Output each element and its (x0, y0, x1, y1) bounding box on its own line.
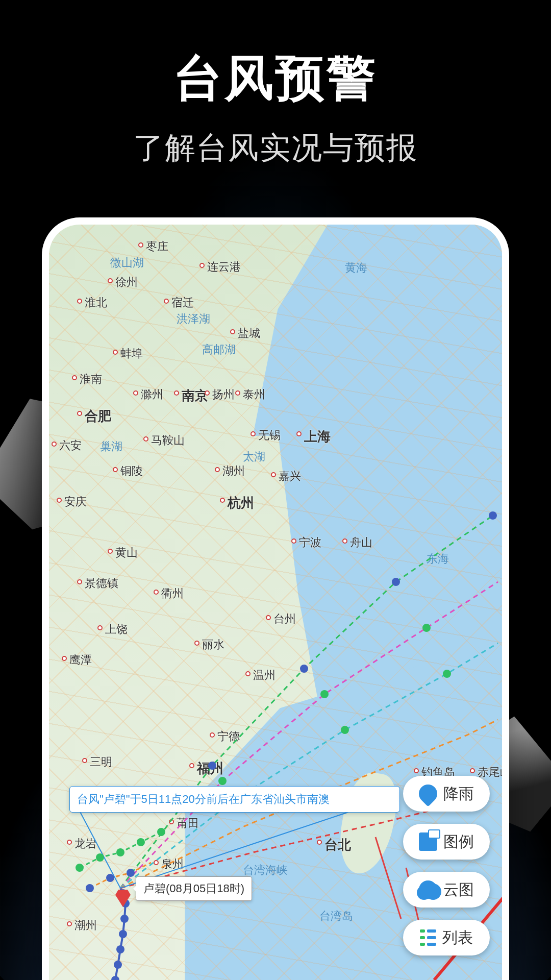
cloud-icon (419, 880, 437, 899)
city-label: 六安 (59, 438, 82, 453)
track-dot-forecast (218, 777, 227, 785)
city-label: 上饶 (105, 622, 128, 637)
fab-label: 云图 (443, 879, 474, 900)
city-label: 南京 (182, 387, 208, 405)
city-dot (82, 758, 87, 763)
fab-label: 降雨 (443, 783, 474, 804)
water-label: 东海 (427, 551, 449, 567)
city-label: 龙岩 (74, 836, 97, 851)
city-label: 泰州 (243, 387, 265, 402)
city-label: 温州 (253, 668, 276, 683)
track-dot-forecast (208, 762, 216, 770)
city-label: 莆田 (177, 816, 199, 831)
city-dot (97, 625, 103, 630)
city-dot (77, 579, 82, 584)
city-label: 铜陵 (120, 463, 143, 479)
city-dot (251, 431, 256, 436)
typhoon-banner[interactable]: 台风"卢碧"于5日11点20分前后在广东省汕头市南澳 (69, 786, 400, 813)
city-dot (210, 732, 215, 738)
city-label: 连云港 (207, 259, 241, 275)
city-label: 扬州 (212, 387, 235, 402)
city-label: 舟山 (350, 535, 372, 550)
water-label: 高邮湖 (202, 342, 236, 357)
city-dot (143, 436, 148, 442)
city-dot (189, 763, 194, 768)
city-dot (220, 498, 225, 503)
city-label: 淮南 (80, 372, 102, 387)
city-label: 黄山 (115, 545, 138, 560)
city-dot (470, 768, 475, 773)
track-dot-past (120, 915, 129, 923)
city-dot (215, 467, 220, 472)
track-dot-forecast (422, 624, 431, 632)
city-dot (108, 278, 113, 283)
fab-group: 降雨 图例 云图 列表 (403, 776, 490, 955)
city-dot (266, 615, 271, 620)
city-dot (67, 840, 72, 845)
fab-legend[interactable]: 图例 (403, 824, 490, 860)
track-dot-forecast (341, 726, 349, 734)
list-icon (420, 928, 436, 947)
water-label: 太湖 (243, 449, 265, 464)
city-dot (108, 549, 113, 554)
city-label: 潮州 (74, 918, 97, 933)
water-label: 洪泽湖 (177, 311, 210, 327)
fab-cloud[interactable]: 云图 (403, 872, 490, 908)
track-dot-past (119, 930, 127, 938)
track-dot-forecast (392, 578, 400, 586)
city-dot (291, 538, 296, 544)
city-label: 淮北 (85, 295, 107, 310)
city-dot (62, 656, 67, 661)
map-canvas[interactable]: 黄海微山湖洪泽湖高邮湖巢湖太湖东海台湾海峡台湾岛 枣庄连云港徐州淮北宿迁盐城蚌埠… (49, 225, 502, 980)
rain-icon (415, 781, 441, 807)
track-dot-forecast (300, 665, 308, 673)
water-label: 黄海 (345, 260, 367, 276)
city-dot (154, 860, 159, 865)
track-dot-forecast (116, 848, 124, 856)
city-dot (113, 350, 118, 355)
fab-label: 列表 (442, 927, 473, 948)
track-dot-forecast (96, 853, 104, 862)
city-dot (77, 299, 82, 304)
water-label: 台湾岛 (319, 909, 353, 924)
city-dot (57, 498, 62, 503)
city-label: 台州 (273, 611, 296, 627)
city-label: 滁州 (141, 387, 163, 402)
track-dot-forecast (320, 690, 329, 698)
track-dot-forecast (76, 864, 84, 872)
legend-icon (419, 832, 437, 851)
city-dot (52, 442, 57, 447)
city-dot (164, 299, 169, 304)
city-label: 台北 (324, 836, 351, 854)
city-dot (317, 840, 322, 845)
city-label: 合肥 (85, 407, 111, 425)
city-label: 三明 (90, 754, 112, 770)
city-label: 宁波 (299, 535, 321, 550)
city-dot (296, 431, 302, 436)
city-dot (67, 921, 72, 926)
city-label: 枣庄 (146, 239, 168, 254)
city-label: 上海 (304, 428, 331, 446)
city-dot (194, 641, 199, 646)
fab-rain[interactable]: 降雨 (403, 776, 490, 812)
city-dot (169, 819, 174, 824)
city-label: 马鞍山 (151, 433, 185, 448)
city-dot (205, 390, 210, 396)
city-label: 丽水 (202, 637, 224, 652)
city-label: 徐州 (115, 275, 138, 290)
city-label: 鹰潭 (69, 652, 92, 668)
city-dot (77, 411, 82, 416)
city-label: 衢州 (161, 586, 184, 601)
water-label: 巢湖 (100, 439, 122, 454)
track-dot-forecast (443, 670, 451, 678)
track-dot-forecast (127, 869, 135, 877)
city-label: 湖州 (222, 463, 245, 479)
city-dot (235, 390, 240, 396)
fab-list[interactable]: 列表 (403, 920, 490, 955)
city-dot (342, 538, 347, 544)
track-dot-forecast (489, 511, 497, 520)
fab-label: 图例 (443, 831, 474, 852)
typhoon-current-label[interactable]: 卢碧(08月05日18时) (136, 876, 252, 901)
city-label: 杭州 (228, 494, 254, 512)
track-dot-forecast (157, 828, 165, 836)
